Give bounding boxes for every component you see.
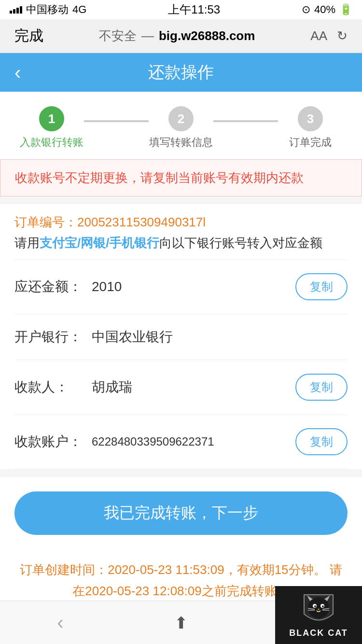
amount-label: 应还金额： — [14, 278, 92, 296]
submit-button[interactable]: 我已完成转账，下一步 — [14, 491, 348, 535]
step-1: 1 入款银行转账 — [19, 106, 84, 150]
warning-text: 收款账号不定期更换，请复制当前账号有效期内还款 — [15, 170, 304, 185]
bank-row: 开户银行： 中国农业银行 — [14, 314, 348, 360]
bank-value: 中国农业银行 — [92, 328, 348, 346]
separator: — — [141, 28, 154, 43]
black-cat-brand: BLACK CAT — [275, 586, 362, 644]
security-label: 不安全 — [99, 28, 137, 44]
aa-label[interactable]: AA — [310, 28, 327, 43]
refresh-icon[interactable]: ↻ — [337, 28, 348, 43]
instruction-text: 请用支付宝/网银/手机银行向以下银行账号转入对应金额 — [14, 235, 348, 259]
svg-point-5 — [314, 605, 316, 607]
svg-point-0 — [308, 597, 329, 618]
step-1-label: 入款银行转账 — [20, 135, 84, 150]
nav-back-button[interactable]: ‹ — [0, 612, 121, 633]
payee-label: 收款人： — [14, 378, 92, 396]
step-2-circle: 2 — [168, 106, 194, 131]
step-3-circle: 3 — [298, 106, 323, 131]
connector-1-2 — [84, 120, 149, 122]
network-label: 4G — [72, 3, 86, 16]
status-bar-right: ⊙ 40% 🔋 — [302, 3, 352, 16]
url-text[interactable]: big.w26888.com — [159, 28, 255, 43]
back-nav-icon: ‹ — [57, 612, 63, 633]
connector-2-3 — [213, 120, 278, 122]
step-3: 3 订单完成 — [278, 106, 343, 150]
browser-done-button[interactable]: 完成 — [14, 26, 43, 46]
steps-row: 1 入款银行转账 2 填写转账信息 3 订单完成 — [19, 106, 343, 150]
account-label: 收款账户： — [14, 433, 92, 451]
order-number-row: 订单编号：200523115309490317l — [14, 204, 348, 235]
order-label: 订单编号： — [14, 215, 77, 229]
account-row: 收款账户： 6228480339509622371 复制 — [14, 415, 348, 469]
lock-icon: ⊙ — [302, 3, 310, 16]
warning-banner: 收款账号不定期更换，请复制当前账号有效期内还款 — [0, 159, 362, 196]
submit-area: 我已完成转账，下一步 — [0, 477, 362, 549]
battery-icon: 🔋 — [339, 3, 352, 16]
copy-payee-button[interactable]: 复制 — [295, 374, 348, 401]
nav-share-button[interactable]: ⬆ — [121, 613, 241, 632]
battery-label: 40% — [314, 3, 335, 16]
step-1-circle: 1 — [39, 106, 64, 131]
instruction-suffix: 向以下银行账号转入对应金额 — [159, 236, 322, 250]
steps-container: 1 入款银行转账 2 填写转账信息 3 订单完成 — [0, 92, 362, 159]
status-bar: 中国移动 4G 上午11:53 ⊙ 40% 🔋 — [0, 0, 362, 19]
black-cat-label: BLACK CAT — [289, 628, 348, 638]
status-time: 上午11:53 — [168, 2, 220, 17]
bank-label: 开户银行： — [14, 328, 92, 346]
browser-right-icons: AA ↻ — [310, 28, 348, 43]
url-area: 不安全 — big.w26888.com — [99, 28, 255, 44]
signal-icon — [10, 6, 22, 14]
page-title: 还款操作 — [148, 61, 214, 84]
carrier-label: 中国移动 — [26, 2, 69, 17]
amount-row: 应还金额： 2010 复制 — [14, 260, 348, 314]
payee-value: 胡成瑞 — [92, 378, 295, 396]
black-cat-logo — [299, 592, 338, 626]
step-2: 2 填写转账信息 — [149, 106, 213, 150]
back-button[interactable]: ‹ — [14, 62, 21, 84]
svg-point-6 — [322, 605, 324, 607]
payee-row: 收款人： 胡成瑞 复制 — [14, 360, 348, 415]
page-header: ‹ 还款操作 — [0, 53, 362, 92]
copy-account-button[interactable]: 复制 — [295, 428, 348, 455]
content-area: 订单编号：200523115309490317l 请用支付宝/网银/手机银行向以… — [0, 204, 362, 469]
account-value: 6228480339509622371 — [92, 435, 295, 448]
amount-value: 2010 — [92, 279, 295, 294]
instruction-highlight: 支付宝/网银/手机银行 — [40, 236, 159, 250]
step-2-label: 填写转账信息 — [149, 135, 213, 150]
copy-amount-button[interactable]: 复制 — [295, 273, 348, 300]
share-icon: ⬆ — [174, 613, 188, 632]
status-bar-left: 中国移动 4G — [10, 2, 86, 17]
step-3-label: 订单完成 — [289, 135, 332, 150]
order-number: 200523115309490317l — [77, 215, 206, 229]
instruction-prefix: 请用 — [14, 236, 40, 250]
browser-bar: 完成 不安全 — big.w26888.com AA ↻ — [0, 19, 362, 53]
